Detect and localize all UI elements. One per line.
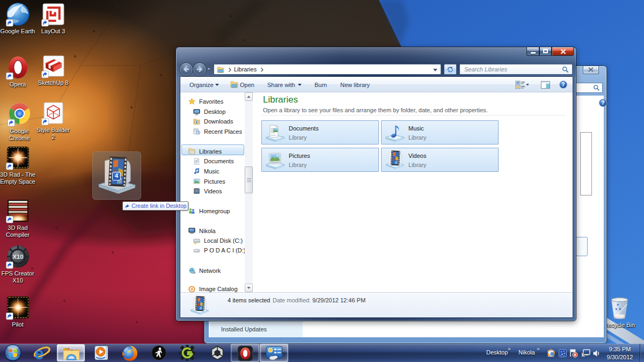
svg-text:?: ? <box>601 100 604 106</box>
svg-text:X10: X10 <box>12 254 23 260</box>
svg-text:?: ? <box>561 82 565 88</box>
svg-text:e: e <box>35 345 44 361</box>
